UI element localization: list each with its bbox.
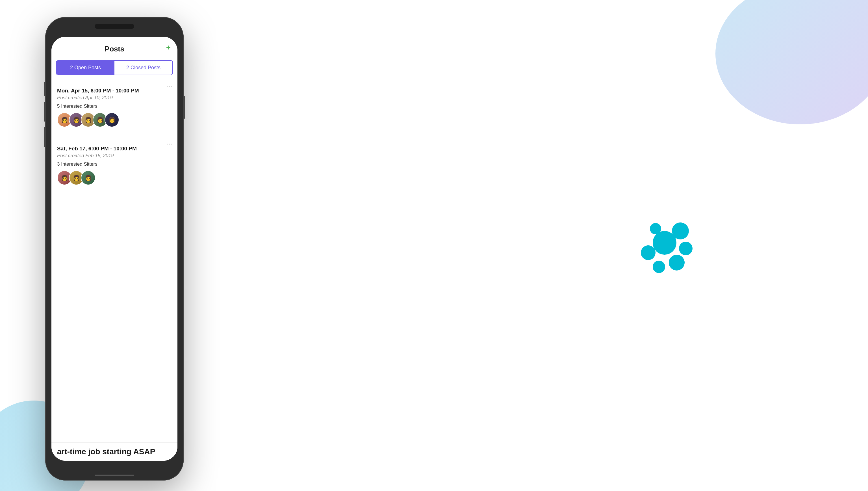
post-menu-button-1[interactable]: ··· — [167, 83, 173, 89]
post-card-1[interactable]: ··· Mon, Apr 15, 6:00 PM - 10:00 PM Post… — [52, 79, 177, 133]
svg-point-1 — [672, 223, 689, 239]
add-post-button[interactable]: + — [166, 44, 171, 52]
posts-tabs: 2 Open Posts 2 Closed Posts — [56, 60, 173, 75]
svg-point-6 — [650, 223, 661, 234]
post-interested-count-1: 5 Interested Sitters — [57, 104, 172, 109]
svg-point-5 — [641, 246, 656, 260]
phone-volume-down-button — [44, 127, 45, 147]
screen-header: Posts + — [52, 37, 177, 58]
posts-list: ··· Mon, Apr 15, 6:00 PM - 10:00 PM Post… — [52, 79, 177, 442]
post-avatars-1: 👩 👩 👩 👩 👩 — [57, 113, 172, 127]
post-interested-count-2: 3 Interested Sitters — [57, 162, 172, 167]
post-avatars-2: 👩 👩 👩 — [57, 170, 172, 185]
avatar-1-5: 👩 — [104, 113, 119, 127]
post-created-1: Post created Apr 10, 2019 — [57, 95, 172, 100]
post-created-2: Post created Feb 15, 2019 — [57, 153, 172, 158]
svg-point-4 — [653, 261, 665, 273]
post-menu-button-2[interactable]: ··· — [167, 141, 173, 147]
phone-notch — [95, 24, 134, 29]
post-card-2[interactable]: ··· Sat, Feb 17, 6:00 PM - 10:00 PM Post… — [52, 137, 177, 191]
app-logo — [631, 209, 704, 282]
phone-screen: Posts + 2 Open Posts 2 Closed Posts — [52, 37, 177, 461]
screen-content: Posts + 2 Open Posts 2 Closed Posts — [52, 37, 177, 461]
svg-point-3 — [669, 255, 685, 270]
page-title: Posts — [104, 45, 124, 53]
post-date-1: Mon, Apr 15, 6:00 PM - 10:00 PM — [57, 88, 172, 94]
phone-outer-shell: Posts + 2 Open Posts 2 Closed Posts — [45, 17, 184, 481]
phone-home-indicator — [95, 474, 134, 476]
bottom-banner-text: art-time job starting ASAP — [52, 442, 177, 461]
phone-mute-button — [44, 82, 45, 96]
bg-decoration-top-right — [715, 0, 868, 124]
tab-open-posts[interactable]: 2 Open Posts — [57, 61, 114, 75]
avatar-2-3: 👩 — [81, 170, 95, 185]
svg-point-2 — [679, 242, 692, 255]
post-date-2: Sat, Feb 17, 6:00 PM - 10:00 PM — [57, 146, 172, 152]
phone-power-button — [184, 96, 185, 119]
tab-closed-posts[interactable]: 2 Closed Posts — [114, 61, 172, 75]
phone-volume-up-button — [44, 102, 45, 121]
phone-mockup: Posts + 2 Open Posts 2 Closed Posts — [45, 17, 184, 481]
